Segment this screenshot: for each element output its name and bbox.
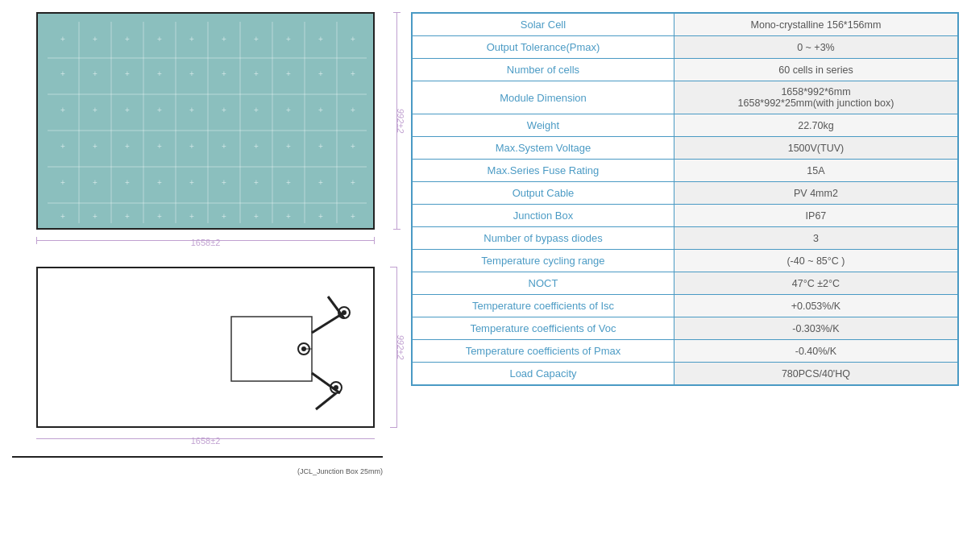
svg-text:+: + [254, 35, 259, 44]
svg-text:+: + [351, 106, 355, 114]
dim-label-bottom-bottom: 1658±2 [191, 436, 221, 446]
spec-label: Weight [412, 114, 674, 137]
svg-text:+: + [318, 35, 323, 44]
svg-text:+: + [222, 69, 226, 78]
svg-text:+: + [189, 35, 194, 44]
spec-label: Junction Box [412, 205, 674, 227]
svg-text:+: + [189, 69, 194, 78]
svg-text:+: + [286, 178, 291, 187]
svg-text:+: + [157, 69, 162, 78]
svg-text:+: + [125, 35, 130, 44]
svg-text:+: + [157, 35, 162, 44]
solar-panel-top: + + + + + + + + + + + + + + + + + + + + [36, 12, 375, 230]
spec-value: 780PCS/40'HQ [674, 363, 958, 386]
svg-text:+: + [254, 69, 259, 78]
svg-text:+: + [93, 106, 98, 114]
table-row: NOCT47°C ±2°C [412, 272, 958, 295]
solar-panel-bottom: 4~35 [36, 267, 375, 428]
table-row: Temperature cycling range(-40 ~ 85°C ) [412, 250, 958, 272]
table-row: Max.Series Fuse Rating15A [412, 160, 958, 182]
table-row: Load Capacity780PCS/40'HQ [412, 363, 958, 386]
svg-text:+: + [351, 35, 355, 44]
svg-text:+: + [318, 142, 323, 151]
svg-text:+: + [125, 178, 130, 187]
svg-text:+: + [60, 142, 65, 151]
svg-line-81 [312, 373, 340, 393]
spec-value: 47°C ±2°C [674, 272, 958, 295]
svg-text:+: + [189, 142, 194, 151]
svg-text:+: + [286, 142, 291, 151]
spec-value: 15A [674, 160, 958, 182]
spec-value: 1500V(TUV) [674, 137, 958, 160]
vertical-label: (JCL_Junction Box 25mm) [297, 467, 383, 475]
table-row: Output CablePV 4mm2 [412, 182, 958, 205]
table-row: Junction BoxIP67 [412, 205, 958, 227]
spec-value: 60 cells in series [674, 59, 958, 81]
svg-text:+: + [222, 178, 226, 187]
svg-text:+: + [318, 178, 323, 187]
svg-text:+: + [222, 212, 226, 221]
table-row: Weight22.70kg [412, 114, 958, 137]
spec-value: +0.053%/K [674, 295, 958, 317]
spec-label: Solar Cell [412, 13, 674, 36]
spec-label: Max.Series Fuse Rating [412, 160, 674, 182]
spec-value: 3 [674, 227, 958, 250]
svg-text:+: + [60, 212, 65, 221]
spec-label: Number of cells [412, 59, 674, 81]
svg-text:+: + [286, 212, 291, 221]
svg-text:+: + [318, 106, 323, 114]
svg-text:+: + [157, 142, 162, 151]
bottom-diagram: 4~35 [36, 267, 375, 428]
left-panel: + + + + + + + + + + + + + + + + + + + + [8, 8, 403, 475]
svg-text:+: + [125, 212, 130, 221]
svg-text:+: + [93, 69, 98, 78]
table-row: Temperature coefficients of Voc-0.303%/K [412, 317, 958, 340]
svg-text:+: + [318, 212, 323, 221]
svg-text:+: + [286, 106, 291, 114]
bottom-line [12, 456, 383, 458]
spec-value: IP67 [674, 205, 958, 227]
dim-label-right-bottom: 992±2 [396, 335, 406, 360]
spec-label: Number of bypass diodes [412, 227, 674, 250]
svg-text:+: + [157, 106, 162, 114]
dim-label-right-top: 992±2 [396, 109, 406, 134]
svg-text:+: + [189, 212, 194, 221]
spec-label: Max.System Voltage [412, 137, 674, 160]
spec-label: Load Capacity [412, 363, 674, 386]
svg-text:+: + [351, 178, 355, 187]
svg-text:+: + [60, 178, 65, 187]
spec-value: 0 ~ +3% [674, 36, 958, 59]
svg-text:+: + [93, 35, 98, 44]
svg-text:+: + [93, 178, 98, 187]
svg-text:+: + [125, 69, 130, 78]
spec-label: Temperature cycling range [412, 250, 674, 272]
svg-text:+: + [286, 69, 291, 78]
svg-text:+: + [60, 35, 65, 44]
table-row: Output Tolerance(Pmax)0 ~ +3% [412, 36, 958, 59]
table-row: Number of bypass diodes3 [412, 227, 958, 250]
spec-value: -0.40%/K [674, 340, 958, 363]
svg-text:+: + [222, 142, 226, 151]
spec-label: Output Cable [412, 182, 674, 205]
spec-label: Temperature coefficients of Pmax [412, 340, 674, 363]
spec-value: 22.70kg [674, 114, 958, 137]
spec-value: -0.303%/K [674, 317, 958, 340]
svg-text:+: + [318, 69, 323, 78]
svg-text:+: + [60, 69, 65, 78]
spec-label: NOCT [412, 272, 674, 295]
spec-table: Solar CellMono-crystalline 156*156mmOutp… [411, 12, 959, 386]
spec-label: Module Dimension [412, 81, 674, 114]
table-row: Max.System Voltage1500V(TUV) [412, 137, 958, 160]
svg-text:+: + [254, 142, 259, 151]
svg-text:+: + [222, 35, 226, 44]
svg-text:+: + [125, 106, 130, 114]
svg-text:+: + [125, 142, 130, 151]
table-row: Temperature coefficients of Isc+0.053%/K [412, 295, 958, 317]
svg-text:+: + [351, 212, 355, 221]
spec-value: (-40 ~ 85°C ) [674, 250, 958, 272]
svg-text:+: + [93, 142, 98, 151]
svg-text:+: + [157, 178, 162, 187]
top-diagram: + + + + + + + + + + + + + + + + + + + + [36, 12, 375, 230]
spec-value: PV 4mm2 [674, 182, 958, 205]
spec-label: Output Tolerance(Pmax) [412, 36, 674, 59]
